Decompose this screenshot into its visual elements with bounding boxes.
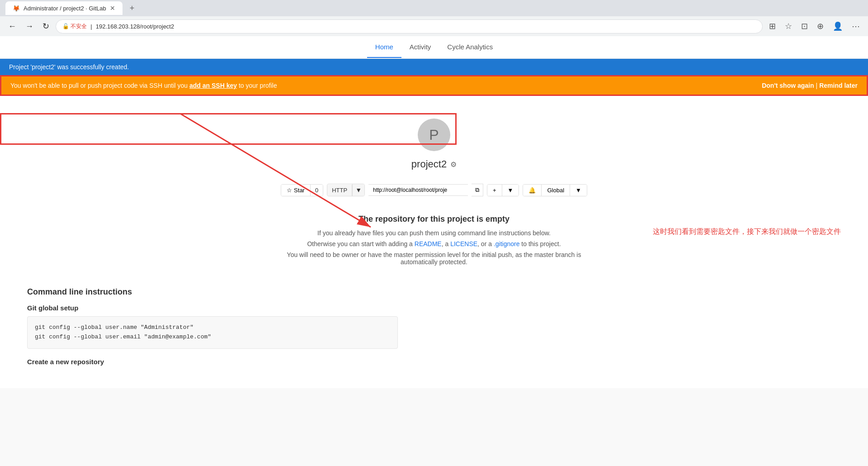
address-separator: |: [90, 23, 92, 30]
nav-tab-cycle-analytics[interactable]: Cycle Analytics: [439, 37, 501, 58]
notification-dropdown-button[interactable]: ▼: [570, 185, 587, 196]
license-link[interactable]: LICENSE: [450, 240, 477, 247]
command-section: Command line instructions Git global set…: [9, 278, 416, 379]
browser-tab[interactable]: 🦊 Administrator / project2 · GitLab ✕: [5, 1, 123, 15]
success-banner: Project 'project2' was successfully crea…: [0, 59, 868, 75]
back-button[interactable]: ←: [5, 20, 19, 33]
project-name-row: project2 ⚙: [18, 158, 850, 170]
extensions-button[interactable]: ⊕: [814, 19, 826, 33]
security-indicator: 🔓 不安全: [62, 23, 87, 30]
empty-repo-section: The repository for this project is empty…: [276, 205, 592, 278]
browser-titlebar: 🦊 Administrator / project2 · GitLab ✕ +: [0, 0, 868, 16]
reload-button[interactable]: ↻: [40, 19, 52, 33]
avatar-letter: P: [429, 127, 439, 143]
http-label: HTTP: [327, 185, 352, 196]
action-separator: |: [816, 82, 818, 89]
nav-tabs: Home Activity Cycle Analytics: [367, 37, 501, 58]
warning-banner: You won't be able to pull or push projec…: [0, 75, 868, 96]
copy-icon: ⧉: [475, 186, 479, 193]
tab-favicon: 🦊: [13, 5, 20, 12]
notification-label-button[interactable]: Global: [542, 185, 570, 196]
new-tab-button[interactable]: +: [126, 2, 138, 15]
nav-tab-activity[interactable]: Activity: [401, 37, 439, 58]
command-section-title: Command line instructions: [27, 287, 398, 297]
remind-later-link[interactable]: Remind later: [819, 82, 858, 89]
warning-text: You won't be able to pull or push projec…: [10, 82, 277, 89]
desc2-between1: , a: [442, 240, 450, 247]
add-dropdown-button[interactable]: ▼: [502, 185, 519, 196]
browser-controls: ← → ↻ 🔓 不安全 | 192.168.203.128/root/proje…: [0, 16, 868, 36]
gitlab-nav: Home Activity Cycle Analytics: [0, 36, 868, 59]
menu-button[interactable]: ⋯: [849, 19, 863, 33]
empty-repo-desc2: Otherwise you can start with adding a RE…: [285, 240, 583, 247]
git-global-line2: git config --global user.email "admin@ex…: [35, 333, 390, 342]
tab-close-button[interactable]: ✕: [110, 5, 115, 12]
git-global-line1: git config --global user.name "Administr…: [35, 323, 390, 333]
bookmark-manager-button[interactable]: ⊡: [798, 19, 811, 33]
clone-url-input[interactable]: [368, 184, 468, 196]
forward-button[interactable]: →: [23, 20, 36, 33]
dont-show-again-link[interactable]: Don't show again: [762, 82, 814, 89]
browser-window: 🦊 Administrator / project2 · GitLab ✕ + …: [0, 0, 868, 36]
project-name-text: project2: [411, 158, 447, 170]
translate-button[interactable]: ⊞: [766, 19, 778, 33]
desc2-before: Otherwise you can start with adding a: [307, 240, 414, 247]
http-caret-icon[interactable]: ▼: [352, 184, 364, 196]
success-message: Project 'project2' was successfully crea…: [9, 63, 129, 71]
star-button[interactable]: ☆ Star: [281, 185, 311, 196]
create-repo-title: Create a new repository: [27, 358, 398, 366]
address-text: 192.168.203.128/root/project2: [96, 23, 174, 30]
notification-bell-button[interactable]: 🔔: [523, 185, 542, 196]
warning-text-after: to your profile: [237, 82, 277, 89]
git-global-code: git config --global user.name "Administr…: [27, 316, 398, 349]
star-count: 0: [311, 185, 323, 196]
git-global-title: Git global setup: [27, 304, 398, 312]
add-button[interactable]: +: [487, 185, 502, 196]
copy-url-button[interactable]: ⧉: [472, 184, 483, 196]
readme-link[interactable]: README: [415, 240, 442, 247]
warning-text-before: You won't be able to pull or push projec…: [10, 82, 189, 89]
profile-button[interactable]: 👤: [830, 19, 845, 33]
page-wrapper: Home Activity Cycle Analytics Project 'p…: [0, 36, 868, 388]
empty-repo-desc3: You will need to be owner or have the ma…: [285, 251, 583, 266]
empty-repo-desc1: If you already have files you can push t…: [285, 229, 583, 237]
desc2-after: to this project.: [519, 240, 561, 247]
address-bar[interactable]: 🔓 不安全 | 192.168.203.128/root/project2: [56, 19, 763, 33]
chinese-annotation: 这时我们看到需要密匙文件，接下来我们就做一个密匙文件: [653, 227, 841, 237]
gitignore-link[interactable]: .gitignore: [494, 240, 520, 247]
star-group: ☆ Star 0: [281, 184, 323, 196]
nav-tab-home[interactable]: Home: [367, 37, 401, 58]
project-settings-icon[interactable]: ⚙: [450, 160, 457, 169]
warning-actions: Don't show again | Remind later: [762, 82, 858, 89]
tab-title: Administrator / project2 · GitLab: [24, 5, 106, 12]
main-content: 这时我们看到需要密匙文件，接下来我们就做一个密匙文件 P project2 ⚙: [0, 96, 868, 388]
project-avatar: P: [418, 119, 450, 151]
desc2-between2: , or a: [477, 240, 494, 247]
browser-toolbar-right: ⊞ ☆ ⊡ ⊕ 👤 ⋯: [766, 19, 863, 33]
add-ssh-key-link[interactable]: add an SSH key: [189, 82, 237, 89]
clone-protocol-selector: HTTP ▼: [327, 184, 365, 196]
star-icon: ☆: [287, 187, 292, 194]
project-header: P project2 ⚙: [9, 105, 859, 179]
add-group: + ▼: [487, 184, 519, 196]
empty-repo-title: The repository for this project is empty: [285, 214, 583, 224]
project-toolbar: ☆ Star 0 HTTP ▼ ⧉ + ▼ 🔔: [9, 179, 859, 205]
notification-group: 🔔 Global ▼: [523, 184, 587, 196]
star-label: Star: [294, 187, 305, 194]
bookmark-button[interactable]: ☆: [782, 19, 795, 33]
